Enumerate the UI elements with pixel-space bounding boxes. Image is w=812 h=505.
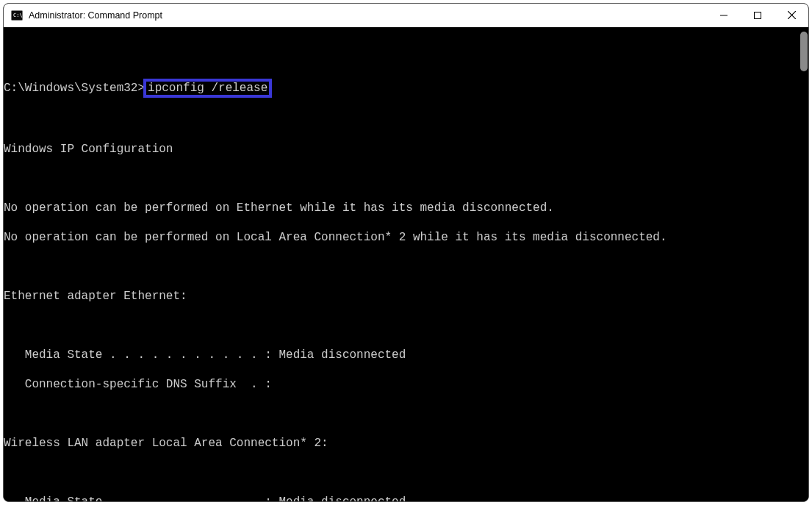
terminal-area[interactable]: C:\Windows\System32>ipconfig /release Wi… — [4, 27, 808, 501]
blank-line — [4, 465, 800, 480]
adapter-media-eth: Media State . . . . . . . . . . . : Medi… — [4, 348, 800, 362]
terminal-content[interactable]: C:\Windows\System32>ipconfig /release Wi… — [4, 27, 800, 501]
output-noop-1: No operation can be performed on Etherne… — [4, 201, 800, 215]
svg-text:C:\: C:\ — [13, 12, 23, 18]
window-title: Administrator: Command Prompt — [29, 10, 707, 21]
close-button[interactable] — [775, 4, 808, 26]
window-controls — [707, 4, 808, 26]
maximize-button[interactable] — [741, 4, 775, 26]
scrollbar-thumb[interactable] — [800, 32, 808, 71]
titlebar[interactable]: C:\ Administrator: Command Prompt — [4, 4, 808, 27]
command-prompt-window: C:\ Administrator: Command Prompt C:\Win… — [3, 3, 809, 502]
adapter-title-eth: Ethernet adapter Ethernet: — [4, 289, 800, 304]
blank-line — [4, 259, 800, 274]
blank-line — [4, 49, 800, 64]
prompt-line-1: C:\Windows\System32>ipconfig /release — [4, 79, 800, 98]
adapter-media-lac2: Media State . . . . . . . . . . . : Medi… — [4, 495, 800, 501]
output-noop-2: No operation can be performed on Local A… — [4, 230, 800, 245]
blank-line — [4, 406, 800, 421]
blank-line — [4, 171, 800, 186]
highlighted-command-1: ipconfig /release — [143, 79, 272, 98]
adapter-dns-eth: Connection-specific DNS Suffix . : — [4, 377, 800, 392]
output-header: Windows IP Configuration — [4, 142, 800, 157]
blank-line — [4, 112, 800, 127]
scrollbar[interactable] — [800, 27, 808, 501]
cmd-icon: C:\ — [11, 10, 23, 21]
minimize-button[interactable] — [707, 4, 741, 26]
prompt-path: C:\Windows\System32> — [4, 82, 145, 95]
blank-line — [4, 318, 800, 333]
adapter-title-lac2: Wireless LAN adapter Local Area Connecti… — [4, 436, 800, 451]
svg-rect-2 — [755, 12, 761, 18]
